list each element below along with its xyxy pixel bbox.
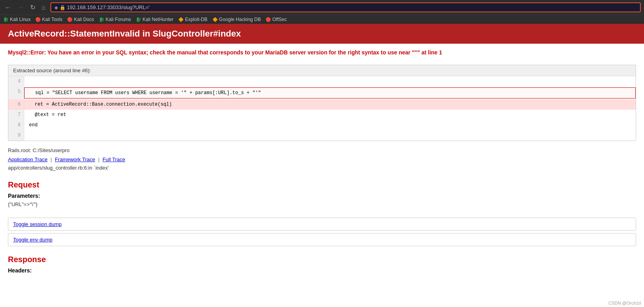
request-section-title: Request	[8, 180, 636, 189]
exploit-db-icon: 🔶	[178, 17, 184, 22]
browser-chrome: ← → ↻ ⌂ ◆ 🔒 192.168.159.127:33033/slug?U…	[0, 0, 644, 15]
code-line-6: 6 ret = ActiveRecord::Base.connection.ex…	[8, 99, 636, 110]
reload-button[interactable]: ↻	[29, 3, 37, 12]
kali-docs-icon: 🔴	[67, 17, 73, 22]
code-line-9: 9	[8, 130, 636, 141]
response-section-title: Response	[8, 255, 636, 264]
code-line-5: 5 sql = "SELECT username FROM users WHER…	[8, 87, 636, 99]
kali-tools-icon: 🔴	[35, 17, 41, 22]
response-section: Response Headers:	[0, 249, 644, 279]
lock-icon: 🔒	[60, 5, 66, 10]
code-block-container: Extracted source (around line #6): 4 5 s…	[8, 65, 636, 141]
trace-links: Application Trace | Framework Trace | Fu…	[8, 156, 636, 162]
home-button[interactable]: ⌂	[40, 3, 47, 12]
application-trace-link[interactable]: Application Trace	[8, 156, 48, 162]
kali-nethunter-icon: 🐉	[136, 17, 141, 22]
framework-trace-link[interactable]: Framework Trace	[55, 156, 95, 162]
toggle-env-dump-button[interactable]: Toggle env dump	[8, 233, 636, 246]
bookmark-exploit-db[interactable]: 🔶 Exploit-DB	[178, 17, 208, 22]
headers-label: Headers:	[8, 267, 636, 274]
bookmark-kali-nethunter[interactable]: 🐉 Kali NetHunter	[136, 17, 174, 22]
code-line-7: 7 @text = ret	[8, 110, 636, 120]
code-block: 4 5 sql = "SELECT username FROM users WH…	[8, 76, 636, 141]
url-text: 192.168.159.127:33033/slug?URL='	[67, 4, 150, 10]
request-section: Request Parameters: {"URL"=>"\'"}	[0, 174, 644, 215]
page-content: ActiveRecord::StatementInvalid in SlugCo…	[0, 24, 644, 279]
error-header: ActiveRecord::StatementInvalid in SlugCo…	[0, 24, 644, 44]
error-title: ActiveRecord::StatementInvalid in SlugCo…	[8, 29, 636, 39]
kali-forums-icon: 🐉	[99, 17, 104, 22]
offsec-icon: 🔴	[266, 17, 271, 22]
google-hacking-db-icon: 🔶	[212, 17, 218, 22]
bookmark-google-hacking-db[interactable]: 🔶 Google Hacking DB	[212, 17, 261, 22]
bookmark-kali-forums[interactable]: 🐉 Kali Forums	[99, 17, 131, 22]
shield-icon: ◆	[54, 5, 58, 10]
forward-button[interactable]: →	[16, 3, 25, 12]
trace-file-path: app/controllers/slug_controller.rb:6:in …	[8, 165, 636, 171]
params-label: Parameters:	[8, 193, 636, 199]
params-value: {"URL"=>"\'"}	[8, 201, 636, 207]
bookmark-kali-docs[interactable]: 🔴 Kali Docs	[67, 17, 94, 22]
error-message: Mysql2::Error: You have an error in your…	[0, 44, 644, 62]
address-bar[interactable]: ◆ 🔒 192.168.159.127:33033/slug?URL='	[50, 2, 641, 12]
code-block-header: Extracted source (around line #6):	[8, 65, 636, 76]
bookmark-offsec[interactable]: 🔴 OffSec	[266, 17, 287, 22]
trace-section: Rails.root: C:/Sites/userpro Application…	[0, 144, 644, 174]
bookmark-kali-tools[interactable]: 🔴 Kali Tools	[35, 17, 62, 22]
bookmarks-bar: 🐉 Kali Linux 🔴 Kali Tools 🔴 Kali Docs 🐉 …	[0, 15, 644, 24]
code-line-4: 4	[8, 76, 636, 87]
bookmark-kali-linux[interactable]: 🐉 Kali Linux	[3, 17, 31, 22]
rails-root: Rails.root: C:/Sites/userpro	[8, 147, 636, 153]
kali-linux-icon: 🐉	[3, 17, 9, 22]
code-line-8: 8 end	[8, 120, 636, 130]
full-trace-link[interactable]: Full Trace	[102, 156, 125, 162]
back-button[interactable]: ←	[3, 3, 13, 12]
toggle-session-dump-button[interactable]: Toggle session dump	[8, 218, 636, 231]
